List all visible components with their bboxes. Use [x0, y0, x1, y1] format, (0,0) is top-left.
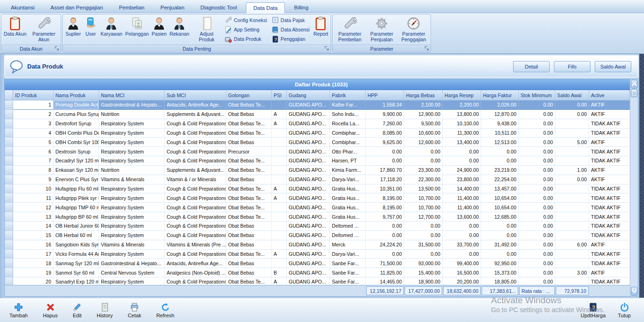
table-row[interactable]: 13Hufagripp BP 60 mlRespiratory SystemCo…: [5, 212, 630, 222]
column-header-sub[interactable]: Sub MCI: [165, 90, 226, 100]
tab-data-data[interactable]: Data Data: [246, 2, 285, 13]
row-selector-cell[interactable]: [5, 184, 13, 194]
column-header-hb[interactable]: Harga Bebas: [404, 90, 443, 100]
table-row[interactable]: 12Hufagripp TMP 60 mlRespiratory SystemC…: [5, 203, 630, 212]
report-button[interactable]: Report: [312, 15, 330, 44]
row-selector-cell[interactable]: [5, 259, 13, 268]
tab-penjualan[interactable]: Penjualan: [153, 3, 192, 13]
vertical-scrollbar[interactable]: [630, 79, 638, 296]
scroll-down-button[interactable]: [631, 287, 637, 296]
scroll-track[interactable]: [630, 97, 638, 286]
row-selector-cell[interactable]: [5, 147, 13, 156]
table-row[interactable]: 1Promag Double ActionGastrointestinal & …: [5, 100, 630, 110]
table-row[interactable]: 6Dextrosin SyrupRespiratory SystemCough …: [5, 147, 630, 156]
scroll-up-button[interactable]: [631, 80, 637, 89]
column-header-nama[interactable]: Nama Produk: [54, 90, 99, 100]
parameter-pembelian-button[interactable]: Parameter Pembelian: [334, 15, 366, 44]
data-produk-button[interactable]: Data Produk: [223, 35, 268, 44]
karyawan-button[interactable]: Karyawan: [99, 15, 124, 44]
column-header-psi[interactable]: PSI: [272, 90, 287, 100]
column-header-mci[interactable]: Nama MCI: [99, 90, 165, 100]
user-button[interactable]: User: [82, 15, 99, 44]
row-selector-cell[interactable]: [5, 231, 13, 240]
table-row[interactable]: 16Sangobion Kids Syr 10...Vitamins & Min…: [5, 240, 630, 250]
parameter-penjualan-button[interactable]: Parameter Penjualan: [366, 15, 398, 44]
grid-corner-cell[interactable]: [5, 90, 13, 100]
column-header-act[interactable]: Active: [589, 90, 630, 100]
table-row[interactable]: 4OBH Combi Plus Dewa...Respiratory Syste…: [5, 129, 630, 138]
table-row[interactable]: 17Vicks Formula 44 Anak...Respiratory Sy…: [5, 250, 630, 259]
tab-billing[interactable]: Billing: [287, 3, 315, 13]
edit-button[interactable]: Edit: [73, 303, 82, 318]
dialog-launcher-icon[interactable]: [324, 46, 330, 51]
penggajian-button[interactable]: ?Penggajian: [270, 35, 311, 44]
pelanggan-button[interactable]: Pelanggan: [124, 15, 150, 44]
table-row[interactable]: 14OB Herbal Junior 60 mlRespiratory Syst…: [5, 222, 630, 231]
row-selector-cell[interactable]: [5, 268, 13, 277]
row-selector-cell[interactable]: [5, 156, 13, 166]
column-header-id[interactable]: ID Produk: [13, 90, 54, 100]
row-selector-cell[interactable]: [5, 166, 13, 175]
row-selector-cell[interactable]: [5, 222, 13, 231]
tab-pembelian[interactable]: Pembelian: [112, 3, 151, 13]
row-selector-cell[interactable]: [5, 175, 13, 184]
detail-button[interactable]: Detail: [513, 61, 550, 72]
row-selector-cell[interactable]: [5, 212, 13, 222]
table-row[interactable]: 18Sanmag Syr 120 mlGastrointestinal & He…: [5, 259, 630, 268]
refresh-button[interactable]: Refresh: [156, 303, 175, 318]
column-header-hr[interactable]: Harga Resep: [443, 90, 481, 100]
config-koneksi-button[interactable]: Config Koneksi: [223, 15, 268, 24]
column-header-gud[interactable]: Gudang: [287, 90, 330, 100]
column-header-gol[interactable]: Golongan: [226, 90, 272, 100]
table-row[interactable]: 10Hufagripp Flu 60 mlRespiratory SystemC…: [5, 184, 630, 194]
row-selector-cell[interactable]: [5, 110, 13, 119]
row-selector-cell[interactable]: [5, 240, 13, 250]
saldo-awal-button[interactable]: Saldo Awal: [595, 61, 631, 72]
tab-akuntansi[interactable]: Akuntansi: [4, 3, 42, 13]
fifo-button[interactable]: Fifo: [554, 61, 590, 72]
table-row[interactable]: 8Enkasari Syr 120 mlNutritionSupplements…: [5, 166, 630, 175]
parameter-penggajian-button[interactable]: Parameter Penggajian: [398, 15, 429, 44]
table-row[interactable]: 3Dextrofort SyrupRespiratory SystemCough…: [5, 119, 630, 129]
pasien-button[interactable]: Pasien: [150, 15, 168, 44]
tutup-button[interactable]: Tutup: [618, 303, 631, 318]
scroll-thumb[interactable]: [631, 89, 637, 97]
table-row[interactable]: 2Curcuma Plus Syrup 6...NutritionSupplem…: [5, 110, 630, 119]
row-selector-cell[interactable]: [5, 119, 13, 129]
tab-asset-dan-penggajian[interactable]: Asset dan Penggajian: [44, 3, 110, 13]
parameter-akun-button[interactable]: Parameter Akun: [28, 15, 60, 44]
app-setting-button[interactable]: App Setting: [223, 25, 268, 34]
data-akun-button[interactable]: Data Akun: [2, 15, 28, 44]
row-selector-cell[interactable]: [5, 100, 13, 110]
data-absensi-button[interactable]: Data Absensi: [270, 25, 311, 34]
rekanan-button[interactable]: Rekanan: [168, 15, 191, 44]
dialog-launcher-icon[interactable]: [424, 46, 429, 51]
tambah-button[interactable]: Tambah: [9, 303, 28, 318]
row-selector-cell[interactable]: [5, 138, 13, 147]
column-header-hpp[interactable]: HPP: [366, 90, 404, 100]
row-selector-cell[interactable]: [5, 203, 13, 212]
table-row[interactable]: 11Hufagripp Pilek syr 60 mlRespiratory S…: [5, 193, 630, 203]
tab-diagnostic-tool[interactable]: Diagnostic Tool: [193, 3, 244, 13]
table-row[interactable]: 9Enervon C Plus Syr 12...Vitamins & Mine…: [5, 175, 630, 184]
row-selector-cell[interactable]: [5, 250, 13, 259]
adjust-produk-button[interactable]: Adjust Produk: [191, 15, 222, 44]
data-pajak-button[interactable]: Data Pajak: [270, 15, 311, 24]
history-button[interactable]: History: [97, 303, 113, 318]
table-row[interactable]: 5OBH Combi Syr 100ml ...Respiratory Syst…: [5, 138, 630, 147]
cell-hpp: 11,825.00: [366, 268, 404, 277]
table-row[interactable]: 15OB Herbal 60 mlRespiratory SystemCough…: [5, 231, 630, 240]
table-row[interactable]: 19Sanmol Syr 60 mlCentral Nervous System…: [5, 268, 630, 277]
column-header-sm[interactable]: Stok Minimum: [519, 90, 555, 100]
hapus-button[interactable]: Hapus: [43, 303, 58, 318]
row-selector-cell[interactable]: [5, 129, 13, 138]
column-header-pab[interactable]: Pabrik: [330, 90, 366, 100]
column-header-hf[interactable]: Harga Faktur: [481, 90, 519, 100]
column-header-sa[interactable]: Saldo Awal: [555, 90, 589, 100]
updtharga-button[interactable]: ?UpdtHarga: [581, 303, 606, 318]
row-selector-cell[interactable]: [5, 193, 13, 203]
suplier-button[interactable]: Suplier: [64, 15, 82, 44]
dialog-launcher-icon[interactable]: [54, 46, 60, 51]
cetak-button[interactable]: Cetak: [128, 303, 141, 318]
table-row[interactable]: 7Decadryl Syr 120 mlRespiratory SystemCo…: [5, 156, 630, 166]
